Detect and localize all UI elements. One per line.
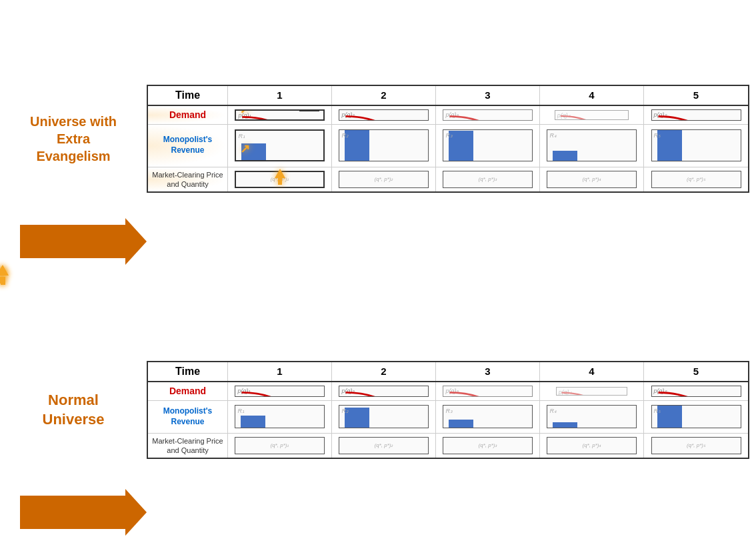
top-universe-row: Universe with Extra Evangelism Time 1 2 … <box>7 7 749 271</box>
bottom-revenue-cell-4: R₄ <box>540 401 644 433</box>
bottom-label-area: Normal Universe <box>7 278 140 543</box>
bottom-universe-row: Normal Universe Time 1 2 3 4 5 <box>7 278 749 543</box>
rev-label-2: R₂ <box>341 132 349 139</box>
bottom-market-cell-4: (q*, p*)₄ <box>540 434 644 458</box>
b-rev-label-2: R₂ <box>341 408 349 414</box>
rev-label-1: R₁ <box>238 133 245 139</box>
bottom-market-label: Market-Clearing Price and Quantity <box>148 434 228 458</box>
bottom-demand-chart-3: p(q)₃ <box>443 386 532 397</box>
rev-bar-2 <box>345 129 369 161</box>
top-revenue-box-3: R₃ <box>443 129 532 161</box>
bottom-market-cell-1: (q*, p*)₁ <box>228 434 332 458</box>
top-col-1: 1 <box>228 86 332 105</box>
bottom-revenue-cell-2: R₂ <box>332 401 436 433</box>
bottom-col-5: 5 <box>644 362 748 381</box>
top-col-2: 2 <box>332 86 436 105</box>
rev-label-5: R₅ <box>654 132 661 139</box>
b-demand-svg-4 <box>557 388 627 396</box>
b-rev-bar-3 <box>449 420 473 428</box>
bottom-demand-text: Demand <box>169 385 206 397</box>
demand-svg-3 <box>443 110 531 121</box>
b-mkt-label-1: (q*, p*)₁ <box>271 442 289 448</box>
bottom-grid-header: Time 1 2 3 4 5 <box>148 362 748 382</box>
bottom-demand-chart-5: p(q)₅ <box>651 386 741 397</box>
top-col-4: 4 <box>540 86 644 105</box>
b-rev-box-4: R₄ <box>547 405 636 429</box>
top-label-area: Universe with Extra Evangelism <box>7 7 140 271</box>
b-market-text: Market-Clearing Price and Quantity <box>152 436 223 456</box>
rev-label-4: R₄ <box>549 132 557 139</box>
bottom-market-row: Market-Clearing Price and Quantity (q*, … <box>148 434 748 458</box>
b-mkt-box-5: (q*, p*)₅ <box>651 437 741 454</box>
b-mkt-box-4: (q*, p*)₄ <box>547 437 636 454</box>
b-mkt-label-3: (q*, p*)₃ <box>479 442 497 448</box>
bottom-demand-cell-4: p(q)₄ <box>540 382 644 400</box>
inner-highlight-box <box>299 109 319 111</box>
top-universe-label: Universe with Extra Evangelism <box>30 113 117 165</box>
bottom-demand-cell-2: p(q)₂ <box>332 382 436 400</box>
top-demand-cell-5: p(q)₅ <box>644 106 748 123</box>
rev-bar-5 <box>657 129 682 161</box>
top-market-box-1: (q*, p*)₁ <box>235 171 324 188</box>
market-text: Market-Clearing Price and Quantity <box>152 170 223 189</box>
top-market-box-2: (q*, p*)₂ <box>339 171 428 188</box>
demand-text: Demand <box>169 109 206 121</box>
diag-arrow-demand: ↗ <box>239 109 251 115</box>
top-time-label: Time <box>148 86 228 105</box>
top-demand-cell-2: p(q)₂ <box>332 106 436 123</box>
demand-svg-4 <box>555 111 629 119</box>
top-demand-cell-1: p(q)₁ ↗ <box>228 106 332 123</box>
bottom-demand-row: Demand p(q)₁ p(q)₂ <box>148 382 748 400</box>
top-market-cell-4: (q*, p*)₄ <box>540 167 644 192</box>
top-arrow-shape <box>7 225 140 258</box>
top-market-cell-3: (q*, p*)₃ <box>436 167 540 192</box>
bottom-revenue-label: Monopolist's Revenue <box>148 401 228 433</box>
top-market-row: Market-Clearing Price and Quantity (q*, … <box>148 167 748 192</box>
top-market-label: Market-Clearing Price and Quantity <box>148 167 228 192</box>
bottom-demand-chart-2: p(q)₂ <box>339 386 428 397</box>
top-demand-chart-3: p(q)₃ <box>443 109 532 121</box>
bottom-demand-cell-3: p(q)₃ <box>436 382 540 400</box>
top-revenue-box-4: R₄ <box>547 129 636 161</box>
diag-arrow-revenue: ↗ <box>240 141 250 156</box>
bottom-col-2: 2 <box>332 362 436 381</box>
top-demand-cell-4: p(q)₄ <box>540 106 644 123</box>
up-arrow-mkt <box>275 169 285 185</box>
market-up-arrow-group <box>0 266 7 284</box>
bottom-market-cell-5: (q*, p*)₅ <box>644 434 748 458</box>
b-rev-label-4: R₄ <box>549 408 557 414</box>
top-grid: Time 1 2 3 4 5 Demand <box>147 85 749 193</box>
bottom-revenue-cell-5: R₅ <box>644 401 748 433</box>
top-demand-row: Demand p(q)₁ ↗ <box>148 106 748 124</box>
mkt-label-2: (q*, p*)₂ <box>375 176 393 182</box>
top-grid-body: Demand p(q)₁ ↗ <box>148 106 748 191</box>
top-market-cell-2: (q*, p*)₂ <box>332 167 436 192</box>
top-revenue-label: Monopolist's Revenue <box>148 125 228 167</box>
bottom-demand-chart-4: p(q)₄ <box>556 387 627 396</box>
b-demand-svg-2 <box>339 386 427 397</box>
bottom-demand-cell-5: p(q)₅ <box>644 382 748 400</box>
top-revenue-cell-2: R₂ <box>332 125 436 167</box>
b-rev-bar-4 <box>553 422 577 428</box>
top-market-box-4: (q*, p*)₄ <box>547 171 636 188</box>
demand-svg-5 <box>652 110 741 121</box>
top-right-arrow <box>20 225 127 258</box>
b-rev-box-1: R₁ <box>235 405 324 429</box>
bottom-demand-label: Demand <box>148 382 228 400</box>
bottom-market-cell-2: (q*, p*)₂ <box>332 434 436 458</box>
b-mkt-label-5: (q*, p*)₅ <box>687 442 705 448</box>
bottom-revenue-cell-3: R₃ <box>436 401 540 433</box>
b-mkt-box-1: (q*, p*)₁ <box>235 437 324 454</box>
up-arrow-stem-mkt <box>278 178 282 185</box>
top-revenue-box-2: R₂ <box>339 129 428 161</box>
top-demand-chart-1: p(q)₁ ↗ <box>235 109 324 121</box>
b-demand-svg-5 <box>652 386 741 397</box>
b-demand-svg-3 <box>443 386 531 397</box>
top-revenue-box-5: R₅ <box>651 129 741 161</box>
top-grid-header: Time 1 2 3 4 5 <box>148 86 748 106</box>
top-market-box-3: (q*, p*)₃ <box>443 171 532 188</box>
top-revenue-box-1: R₁ ↗ <box>235 129 324 161</box>
top-revenue-cell-3: R₃ <box>436 125 540 167</box>
bottom-grid: Time 1 2 3 4 5 Demand p(q)₁ <box>147 361 749 459</box>
bottom-col-4: 4 <box>540 362 644 381</box>
